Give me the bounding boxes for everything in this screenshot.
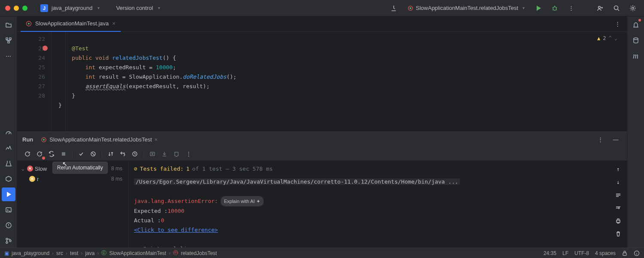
svg-point-5	[632, 7, 634, 9]
structure-tool-icon[interactable]	[2, 34, 15, 47]
profiler-tool-icon[interactable]	[2, 141, 15, 155]
explain-ai-button[interactable]: Explain with AI ✦	[221, 196, 264, 206]
toolbar-more-icon[interactable]: ⋮	[183, 149, 194, 159]
inspections-icon[interactable]	[388, 2, 400, 14]
code-area[interactable]: @Test public void relatedJobsTest() { in…	[52, 32, 627, 132]
vcs-label: Version control	[116, 5, 153, 11]
caret-position[interactable]: 24:35	[544, 250, 556, 256]
close-window-button[interactable]	[5, 6, 10, 11]
terminal-tool-icon[interactable]	[2, 203, 15, 217]
run-button[interactable]	[532, 2, 544, 14]
indent[interactable]: 4 spaces	[595, 250, 616, 256]
breadcrumb-item[interactable]: SlowApplicationMainTest	[109, 250, 166, 256]
status-info-icon[interactable]	[634, 250, 640, 256]
show-ignored-icon[interactable]	[88, 149, 98, 159]
left-toolbar: ⋯	[0, 16, 17, 248]
run-config-selector[interactable]: SlowApplicationMainTest.relatedJobsTest …	[404, 3, 528, 13]
inspection-badge[interactable]: ▲ 2 ^ ⌄	[597, 34, 617, 43]
meter-tool-icon[interactable]	[2, 126, 15, 139]
close-tab-icon[interactable]: ×	[112, 20, 115, 27]
svg-point-11	[6, 238, 8, 240]
svg-rect-8	[8, 41, 9, 43]
services-tool-icon[interactable]	[2, 172, 15, 186]
code-editor[interactable]: 22 23 24 25 26 27 28 @Test public void r…	[17, 32, 627, 132]
more-actions-icon[interactable]: ⋮	[565, 2, 577, 14]
svg-rect-21	[150, 152, 155, 156]
fail-icon: ✕	[27, 166, 33, 172]
run-panel-more-icon[interactable]: ⋮	[594, 134, 606, 146]
tab-more-icon[interactable]: ⋮	[611, 18, 623, 30]
vcs-menu[interactable]: Version control ▾	[112, 3, 164, 13]
project-selector[interactable]: J java_playground ▾	[37, 3, 103, 14]
run-config-label: SlowApplicationMainTest.relatedJobsTest	[416, 5, 518, 11]
search-icon[interactable]	[611, 2, 623, 14]
print-icon[interactable]	[613, 216, 623, 226]
line-separator[interactable]: LF	[562, 250, 568, 256]
database-icon[interactable]	[629, 34, 643, 47]
right-toolbar: m	[627, 16, 644, 248]
collab-icon[interactable]	[594, 2, 606, 14]
test-tree[interactable]: ⌄ ✕ Slow 8 ms ✕ r 8 ms	[17, 161, 129, 248]
breadcrumb-item[interactable]: test	[70, 250, 78, 256]
run-panel-header: Run SlowApplicationMainTest.relatedJobsT…	[17, 132, 627, 147]
breadcrumb-item[interactable]: java	[85, 250, 94, 256]
readonly-icon[interactable]	[622, 250, 628, 256]
scroll-up-icon[interactable]: ↑	[613, 164, 623, 175]
run-tab-label[interactable]: Run	[22, 136, 33, 143]
svg-point-2	[553, 7, 556, 10]
clear-icon[interactable]	[613, 229, 623, 239]
test-output[interactable]: ⊘ Tests failed: 1 of 1 test – 3 sec 578 …	[129, 161, 627, 248]
svg-point-12	[6, 242, 8, 243]
history-icon[interactable]	[130, 149, 140, 159]
file-tab[interactable]: SlowApplicationMainTest.java ×	[21, 16, 121, 32]
settings-icon[interactable]	[627, 2, 639, 14]
run-config-tab[interactable]: SlowApplicationMainTest.relatedJobsTest …	[37, 135, 161, 144]
build-tool-icon[interactable]	[2, 157, 15, 170]
chevron-down-icon[interactable]: ⌄	[21, 166, 25, 172]
scroll-to-end-icon[interactable]	[613, 203, 623, 213]
stop-icon[interactable]	[58, 149, 69, 159]
rerun-failed-icon[interactable]	[34, 149, 45, 159]
svg-point-17	[43, 139, 45, 141]
sort-icon[interactable]	[106, 149, 116, 159]
scroll-down-icon[interactable]: ↓	[613, 177, 623, 187]
svg-rect-23	[617, 220, 620, 222]
breadcrumb-item[interactable]: src	[56, 250, 63, 256]
breadcrumb-item[interactable]: relatedJobsTest	[181, 250, 217, 256]
soft-wrap-icon[interactable]	[613, 190, 623, 200]
chevron-down-icon: ▾	[522, 6, 525, 10]
more-tool-icon[interactable]: ⋯	[2, 49, 15, 63]
rerun-icon[interactable]	[22, 149, 33, 159]
fail-icon: ✕	[29, 176, 35, 182]
status-bar: ▣ java_playground› src› test› java› ⓒSlo…	[0, 248, 644, 258]
debug-button[interactable]	[549, 2, 561, 14]
editor-tab-row: SlowApplicationMainTest.java × ⋮	[17, 16, 627, 32]
project-badge: J	[40, 4, 48, 12]
min-window-button[interactable]	[14, 6, 19, 11]
minimize-panel-icon[interactable]: —	[610, 134, 622, 146]
breadcrumb-item[interactable]: java_playground	[12, 250, 49, 256]
run-tool-icon[interactable]	[2, 187, 15, 201]
maven-icon[interactable]: m	[629, 49, 643, 63]
encoding[interactable]: UTF-8	[574, 250, 589, 256]
breakpoint-icon[interactable]	[43, 46, 48, 51]
vcs-tool-icon[interactable]	[2, 234, 15, 248]
project-name: java_playground	[52, 5, 92, 11]
test-tree-item[interactable]: ✕ r 8 ms	[17, 174, 128, 184]
see-difference-link[interactable]: <Click to see difference>	[134, 227, 218, 233]
project-tool-icon[interactable]	[2, 18, 15, 32]
auto-rerun-icon[interactable]	[46, 149, 57, 159]
expand-icon[interactable]	[118, 149, 128, 159]
close-run-tab-icon[interactable]: ×	[155, 136, 158, 143]
max-window-button[interactable]	[22, 6, 27, 11]
export-icon[interactable]	[159, 149, 170, 159]
svg-point-4	[614, 6, 618, 9]
show-passed-icon[interactable]	[76, 149, 86, 159]
fold-icon[interactable]: ›	[134, 246, 137, 248]
notifications-icon[interactable]	[629, 18, 643, 32]
import-icon[interactable]	[147, 149, 158, 159]
error-class: java.lang.AssertionError:	[134, 198, 218, 204]
coverage-icon[interactable]	[171, 149, 182, 159]
tooltip: ↖ Rerun Automatically	[52, 162, 108, 174]
problems-tool-icon[interactable]	[2, 218, 15, 232]
